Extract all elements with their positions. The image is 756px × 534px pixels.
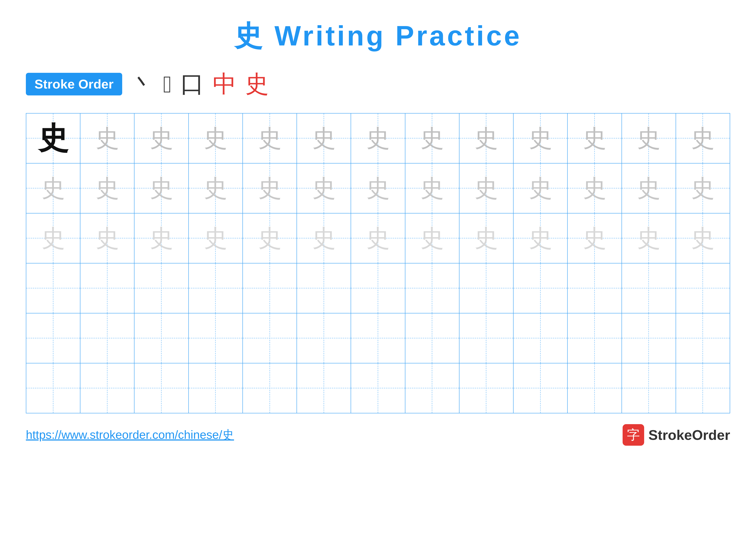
grid-cell[interactable]	[26, 363, 80, 413]
grid-cell[interactable]	[351, 314, 405, 363]
grid-cell: 史	[676, 164, 730, 213]
grid-cell: 史	[351, 164, 405, 213]
grid-cell: 史	[459, 214, 514, 263]
grid-cell[interactable]	[243, 314, 297, 363]
stroke-4: 中	[213, 68, 236, 100]
grid-cell: 史	[134, 214, 189, 263]
grid-cell: 史	[243, 114, 297, 163]
stroke-1: 丶	[131, 68, 154, 100]
grid-cell[interactable]	[622, 314, 676, 363]
grid-cell[interactable]	[459, 264, 514, 313]
grid-cell[interactable]	[514, 363, 568, 413]
grid-cell: 史	[26, 114, 80, 163]
grid-cell: 史	[26, 164, 80, 213]
grid-cell: 史	[189, 214, 243, 263]
grid-cell: 史	[405, 214, 459, 263]
grid-cell[interactable]	[134, 363, 189, 413]
grid-cell: 史	[459, 164, 514, 213]
grid-cell: 史	[568, 214, 622, 263]
grid-row-5	[26, 314, 730, 363]
grid-cell[interactable]	[189, 264, 243, 313]
stroke-order-row: Stroke Order 丶 𠃌 口 中 史	[26, 68, 730, 100]
grid-cell: 史	[134, 114, 189, 163]
grid-cell[interactable]	[568, 264, 622, 313]
grid-cell[interactable]	[459, 314, 514, 363]
grid-cell[interactable]	[297, 264, 351, 313]
grid-cell[interactable]	[243, 264, 297, 313]
grid-cell[interactable]	[568, 363, 622, 413]
grid-cell: 史	[243, 214, 297, 263]
grid-cell: 史	[676, 214, 730, 263]
grid-cell: 史	[622, 164, 676, 213]
grid-cell[interactable]	[351, 264, 405, 313]
grid-cell[interactable]	[80, 264, 134, 313]
grid-cell[interactable]	[622, 363, 676, 413]
grid-cell: 史	[351, 214, 405, 263]
grid-cell[interactable]	[351, 363, 405, 413]
grid-cell[interactable]	[676, 264, 730, 313]
strokeorder-logo-icon: 字	[623, 424, 644, 446]
grid-cell: 史	[459, 114, 514, 163]
grid-cell: 史	[351, 114, 405, 163]
grid-cell[interactable]	[514, 264, 568, 313]
grid-cell: 史	[568, 164, 622, 213]
grid-cell: 史	[676, 114, 730, 163]
grid-cell: 史	[568, 114, 622, 163]
grid-row-1: 史 史 史 史 史 史 史	[26, 114, 730, 164]
grid-cell: 史	[622, 214, 676, 263]
grid-cell[interactable]	[80, 314, 134, 363]
grid-cell[interactable]	[80, 363, 134, 413]
grid-cell: 史	[297, 114, 351, 163]
grid-cell[interactable]	[405, 264, 459, 313]
grid-cell: 史	[243, 164, 297, 213]
grid-cell: 史	[26, 214, 80, 263]
grid-cell[interactable]	[514, 314, 568, 363]
grid-cell: 史	[80, 214, 134, 263]
stroke-3: 口	[180, 68, 204, 100]
grid-cell: 史	[514, 214, 568, 263]
grid-cell: 史	[514, 164, 568, 213]
grid-cell[interactable]	[405, 314, 459, 363]
grid-cell[interactable]	[134, 264, 189, 313]
grid-cell[interactable]	[459, 363, 514, 413]
grid-cell[interactable]	[243, 363, 297, 413]
grid-cell[interactable]	[26, 314, 80, 363]
stroke-sequence: 丶 𠃌 口 中 史	[131, 68, 269, 100]
grid-cell[interactable]	[568, 314, 622, 363]
page: 史 Writing Practice Stroke Order 丶 𠃌 口 中 …	[0, 0, 756, 534]
page-title: 史 Writing Practice	[234, 17, 522, 55]
grid-row-2: 史 史 史 史 史 史 史	[26, 164, 730, 214]
grid-cell: 史	[622, 114, 676, 163]
grid-cell[interactable]	[622, 264, 676, 313]
grid-cell: 史	[134, 164, 189, 213]
grid-cell: 史	[297, 214, 351, 263]
grid-cell[interactable]	[134, 314, 189, 363]
grid-cell: 史	[514, 114, 568, 163]
stroke-2: 𠃌	[163, 70, 172, 98]
grid-cell: 史	[405, 114, 459, 163]
stroke-5: 史	[245, 68, 269, 100]
grid-cell: 史	[189, 114, 243, 163]
grid-cell: 史	[297, 164, 351, 213]
grid-cell[interactable]	[676, 314, 730, 363]
grid-cell: 史	[405, 164, 459, 213]
grid-row-4	[26, 264, 730, 314]
grid-cell: 史	[80, 114, 134, 163]
grid-cell[interactable]	[297, 314, 351, 363]
grid-cell: 史	[80, 164, 134, 213]
footer-logo: 字 StrokeOrder	[623, 424, 730, 446]
footer-url[interactable]: https://www.strokeorder.com/chinese/史	[26, 427, 234, 443]
grid-cell[interactable]	[189, 363, 243, 413]
grid-cell: 史	[189, 164, 243, 213]
stroke-order-badge: Stroke Order	[26, 73, 122, 95]
grid-cell[interactable]	[26, 264, 80, 313]
grid-cell[interactable]	[189, 314, 243, 363]
grid-cell[interactable]	[676, 363, 730, 413]
grid-row-6	[26, 363, 730, 413]
practice-grid: 史 史 史 史 史 史 史	[26, 113, 730, 413]
grid-cell[interactable]	[297, 363, 351, 413]
grid-row-3: 史 史 史 史 史 史 史	[26, 214, 730, 264]
footer: https://www.strokeorder.com/chinese/史 字 …	[26, 413, 730, 446]
grid-cell[interactable]	[405, 363, 459, 413]
footer-logo-text: StrokeOrder	[648, 427, 730, 443]
